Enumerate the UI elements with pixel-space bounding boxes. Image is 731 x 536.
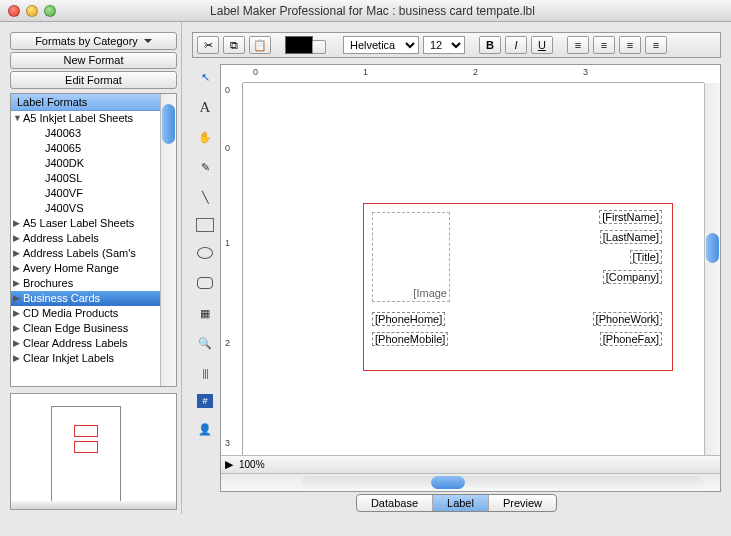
tree-category[interactable]: ▶Brochures bbox=[11, 276, 160, 291]
tree-category[interactable]: ▼A5 Inkjet Label Sheets bbox=[11, 111, 160, 126]
hand-tool-icon[interactable]: ✋ bbox=[195, 128, 215, 146]
disclosure-triangle-icon[interactable]: ▶ bbox=[13, 278, 23, 288]
sequence-tool-icon[interactable]: # bbox=[197, 394, 213, 408]
align-center-button[interactable]: ≡ bbox=[593, 36, 615, 54]
field-firstname[interactable]: [FirstName] bbox=[599, 210, 662, 224]
minimize-icon[interactable] bbox=[26, 5, 38, 17]
tree-label: Clear Address Labels bbox=[23, 337, 128, 349]
field-phonehome[interactable]: [PhoneHome] bbox=[372, 312, 445, 326]
tree-label: J400DK bbox=[45, 157, 84, 169]
disclosure-triangle-icon[interactable]: ▶ bbox=[13, 338, 23, 348]
underline-button[interactable]: U bbox=[531, 36, 553, 54]
canvas-vscroll[interactable] bbox=[704, 83, 720, 455]
tree-category[interactable]: ▶Business Cards bbox=[11, 291, 160, 306]
barcode-tool-icon[interactable]: ||| bbox=[195, 364, 215, 382]
disclosure-triangle-icon[interactable]: ▶ bbox=[13, 233, 23, 243]
disclosure-triangle-icon[interactable]: ▶ bbox=[13, 263, 23, 273]
tree-label: Business Cards bbox=[23, 292, 100, 304]
size-select[interactable]: 12 bbox=[423, 36, 465, 54]
tree-leaf[interactable]: J400SL bbox=[11, 171, 160, 186]
disclosure-triangle-icon[interactable]: ▶ bbox=[13, 323, 23, 333]
play-icon[interactable]: ▶ bbox=[225, 458, 233, 471]
close-icon[interactable] bbox=[8, 5, 20, 17]
rect-tool-icon[interactable] bbox=[196, 218, 214, 232]
field-company[interactable]: [Company] bbox=[603, 270, 662, 284]
label-outline: [Image [FirstName] [LastName] [Title] [C… bbox=[363, 203, 673, 371]
tree-label: Clear Inkjet Labels bbox=[23, 352, 114, 364]
tree-leaf[interactable]: J40065 bbox=[11, 141, 160, 156]
search-tool-icon[interactable]: 🔍 bbox=[195, 334, 215, 352]
pointer-tool-icon[interactable]: ↖ bbox=[195, 68, 215, 86]
person-tool-icon[interactable]: 👤 bbox=[195, 420, 215, 438]
format-toolbar: ✂ ⧉ 📋 Helvetica 12 B I U ≡ ≡ ≡ ≡ bbox=[192, 32, 721, 58]
pen-tool-icon[interactable]: ✎ bbox=[195, 158, 215, 176]
tree-leaf[interactable]: J400DK bbox=[11, 156, 160, 171]
align-justify-button[interactable]: ≡ bbox=[645, 36, 667, 54]
window-title: Label Maker Professional for Mac : busin… bbox=[62, 4, 683, 18]
disclosure-triangle-icon[interactable]: ▼ bbox=[13, 113, 23, 123]
sidebar: Formats by Category New Format Edit Form… bbox=[0, 22, 182, 514]
tree-category[interactable]: ▶Address Labels (Sam's bbox=[11, 246, 160, 261]
format-tree[interactable]: Label Formats ▼A5 Inkjet Label SheetsJ40… bbox=[11, 94, 160, 386]
tool-palette: ↖ A ✋ ✎ ╲ ▦ 🔍 ||| # 👤 bbox=[192, 64, 218, 492]
ruler-vertical: 0 0 1 2 3 bbox=[221, 83, 243, 455]
tree-category[interactable]: ▶Avery Home Range bbox=[11, 261, 160, 276]
field-phonemobile[interactable]: [PhoneMobile] bbox=[372, 332, 448, 346]
tree-label: J40063 bbox=[45, 127, 81, 139]
disclosure-triangle-icon[interactable]: ▶ bbox=[13, 293, 23, 303]
field-phonefax[interactable]: [PhoneFax] bbox=[600, 332, 662, 346]
image-tool-icon[interactable]: ▦ bbox=[195, 304, 215, 322]
view-tabs: Database Label Preview bbox=[356, 494, 557, 512]
ellipse-tool-icon[interactable] bbox=[195, 244, 215, 262]
field-lastname[interactable]: [LastName] bbox=[600, 230, 662, 244]
rrect-tool-icon[interactable] bbox=[195, 274, 215, 292]
copy-button[interactable]: ⧉ bbox=[223, 36, 245, 54]
edit-format-button[interactable]: Edit Format bbox=[10, 71, 177, 89]
line-tool-icon[interactable]: ╲ bbox=[195, 188, 215, 206]
disclosure-triangle-icon[interactable]: ▶ bbox=[13, 353, 23, 363]
tab-preview[interactable]: Preview bbox=[489, 495, 556, 511]
tree-leaf[interactable]: J400VS bbox=[11, 201, 160, 216]
new-format-button[interactable]: New Format bbox=[10, 52, 177, 70]
disclosure-triangle-icon[interactable]: ▶ bbox=[13, 308, 23, 318]
title-bar: Label Maker Professional for Mac : busin… bbox=[0, 0, 731, 22]
paste-button[interactable]: 📋 bbox=[249, 36, 271, 54]
tree-leaf[interactable]: J400VF bbox=[11, 186, 160, 201]
cut-button[interactable]: ✂ bbox=[197, 36, 219, 54]
tree-category[interactable]: ▶Clean Edge Business bbox=[11, 321, 160, 336]
bold-button[interactable]: B bbox=[479, 36, 501, 54]
tab-database[interactable]: Database bbox=[357, 495, 433, 511]
tree-label: J400VF bbox=[45, 187, 83, 199]
tree-label: CD Media Products bbox=[23, 307, 118, 319]
tree-label: Address Labels (Sam's bbox=[23, 247, 136, 259]
tree-category[interactable]: ▶CD Media Products bbox=[11, 306, 160, 321]
tree-label: J400SL bbox=[45, 172, 82, 184]
font-select[interactable]: Helvetica bbox=[343, 36, 419, 54]
canvas-hscroll[interactable] bbox=[221, 473, 720, 491]
align-left-button[interactable]: ≡ bbox=[567, 36, 589, 54]
tab-label[interactable]: Label bbox=[433, 495, 489, 511]
zoom-icon[interactable] bbox=[44, 5, 56, 17]
tree-category[interactable]: ▶Clear Address Labels bbox=[11, 336, 160, 351]
formats-category-dropdown[interactable]: Formats by Category bbox=[10, 32, 177, 50]
tree-category[interactable]: ▶A5 Laser Label Sheets bbox=[11, 216, 160, 231]
tree-label: Clean Edge Business bbox=[23, 322, 128, 334]
disclosure-triangle-icon[interactable]: ▶ bbox=[13, 248, 23, 258]
layout-preview bbox=[10, 393, 177, 510]
align-right-button[interactable]: ≡ bbox=[619, 36, 641, 54]
text-tool-icon[interactable]: A bbox=[195, 98, 215, 116]
field-phonework[interactable]: [PhoneWork] bbox=[593, 312, 662, 326]
italic-button[interactable]: I bbox=[505, 36, 527, 54]
tree-scrollbar[interactable] bbox=[160, 94, 176, 386]
status-bar: ▶ 100% bbox=[221, 455, 720, 473]
tree-label: Avery Home Range bbox=[23, 262, 119, 274]
tree-label: J40065 bbox=[45, 142, 81, 154]
tree-category[interactable]: ▶Clear Inkjet Labels bbox=[11, 351, 160, 366]
canvas[interactable]: 0 1 2 3 0 0 1 2 3 [Image [FirstName] bbox=[220, 64, 721, 492]
tree-leaf[interactable]: J40063 bbox=[11, 126, 160, 141]
tree-category[interactable]: ▶Address Labels bbox=[11, 231, 160, 246]
disclosure-triangle-icon[interactable]: ▶ bbox=[13, 218, 23, 228]
field-title[interactable]: [Title] bbox=[630, 250, 663, 264]
image-placeholder[interactable]: [Image bbox=[372, 212, 450, 302]
color-swatch[interactable] bbox=[285, 36, 313, 54]
